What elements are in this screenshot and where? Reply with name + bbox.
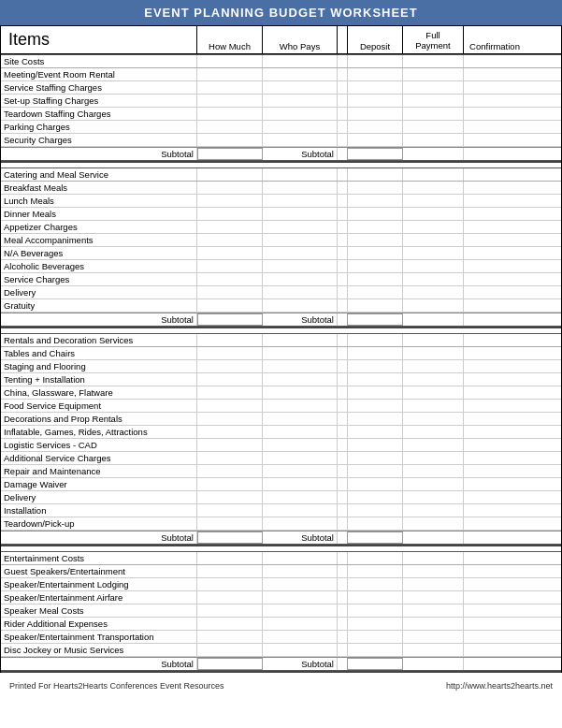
table-row: Parking Charges: [1, 121, 561, 134]
table-row: Tenting + Installation: [1, 373, 561, 386]
table-row: Damage Waiver: [1, 478, 561, 491]
section-catering: Catering and Meal Service Breakfast Meal…: [1, 167, 561, 328]
catering-category: Catering and Meal Service: [1, 168, 197, 181]
table-row: Meal Accompaniments: [1, 234, 561, 247]
table-row: Speaker/Entertainment Transportation: [1, 631, 561, 644]
table-row: Installation: [1, 504, 561, 517]
table-row: Rider Additional Expenses: [1, 618, 561, 631]
rentals-category: Rentals and Decoration Services: [1, 334, 197, 346]
subtotal-row-catering: Subtotal Subtotal: [1, 313, 561, 327]
table-row: Logistic Services - CAD: [1, 439, 561, 452]
table-row: Additional Service Charges: [1, 452, 561, 465]
table-row: Meeting/Event Room Rental: [1, 68, 561, 81]
page-header: EVENT PLANNING BUDGET WORKSHEET: [0, 0, 562, 25]
table-row: Speaker Meal Costs: [1, 604, 561, 618]
how-much-column-header: How Much: [197, 26, 263, 53]
table-row: Staging and Flooring: [1, 360, 561, 373]
confirmation-column-header: Confirmation: [464, 26, 526, 53]
table-row: Service Staffing Charges: [1, 81, 561, 95]
header-title: EVENT PLANNING BUDGET WORKSHEET: [144, 6, 417, 20]
table-row: Alcoholic Beverages: [1, 260, 561, 273]
table-row: Disc Jockey or Music Services: [1, 644, 561, 657]
table-row: Breakfast Meals: [1, 182, 561, 195]
table-row: Repair and Maintenance: [1, 465, 561, 478]
table-row: Speaker/Entertainment Lodging: [1, 578, 561, 591]
page: EVENT PLANNING BUDGET WORKSHEET Items Ho…: [0, 0, 562, 692]
payment-label: Payment: [415, 40, 451, 51]
table-row: N/A Beverages: [1, 247, 561, 260]
table-row: China, Glassware, Flatware: [1, 386, 561, 400]
table-row: Inflatable, Games, Rides, Attractions: [1, 426, 561, 439]
table-row: Tables and Chairs: [1, 347, 561, 360]
table-row: Teardown Staffing Charges: [1, 108, 561, 121]
table-row: Dinner Meals: [1, 208, 561, 221]
table-row: Food Service Equipment: [1, 400, 561, 413]
section-rentals: Rentals and Decoration Services Tables a…: [1, 333, 561, 546]
subtotal-row-entertainment: Subtotal Subtotal: [1, 657, 561, 671]
deposit-column-header: Deposit: [347, 26, 403, 53]
page-footer: Printed For Hearts2Hearts Conferences Ev…: [0, 677, 562, 692]
footer-right: http://www.hearts2hearts.net: [446, 681, 553, 691]
table-row: Decorations and Prop Rentals: [1, 413, 561, 426]
full-label: Full: [425, 30, 440, 40]
table-row: Security Charges: [1, 134, 561, 147]
full-payment-column-header: Full Payment: [403, 26, 464, 53]
table-row: Guest Speakers/Entertainment: [1, 565, 561, 578]
section-entertainment: Entertainment Costs Guest Speakers/Enter…: [1, 551, 561, 673]
items-column-header: Items: [1, 26, 197, 53]
site-costs-category: Site Costs: [1, 55, 197, 67]
sections-container: Site Costs Meeting/Event Room Rental Ser…: [0, 54, 562, 673]
table-row: Delivery: [1, 286, 561, 299]
who-pays-column-header: Who Pays: [263, 26, 338, 53]
table-row: Service Charges: [1, 273, 561, 286]
table-row: Speaker/Entertainment Airfare: [1, 591, 561, 604]
footer-left: Printed For Hearts2Hearts Conferences Ev…: [9, 681, 224, 691]
table-row: Appetizer Charges: [1, 221, 561, 234]
subtotal-row-site: Subtotal Subtotal: [1, 147, 561, 161]
subtotal-row-rentals: Subtotal Subtotal: [1, 531, 561, 545]
table-row: Delivery: [1, 491, 561, 504]
spacer-col: [338, 26, 347, 53]
section-site-costs: Site Costs Meeting/Event Room Rental Ser…: [1, 54, 561, 163]
table-row: Set-up Staffing Charges: [1, 95, 561, 108]
table-row: Teardown/Pick-up: [1, 517, 561, 531]
entertainment-category: Entertainment Costs: [1, 552, 197, 564]
table-row: Gratuity: [1, 299, 561, 313]
table-row: Lunch Meals: [1, 195, 561, 208]
